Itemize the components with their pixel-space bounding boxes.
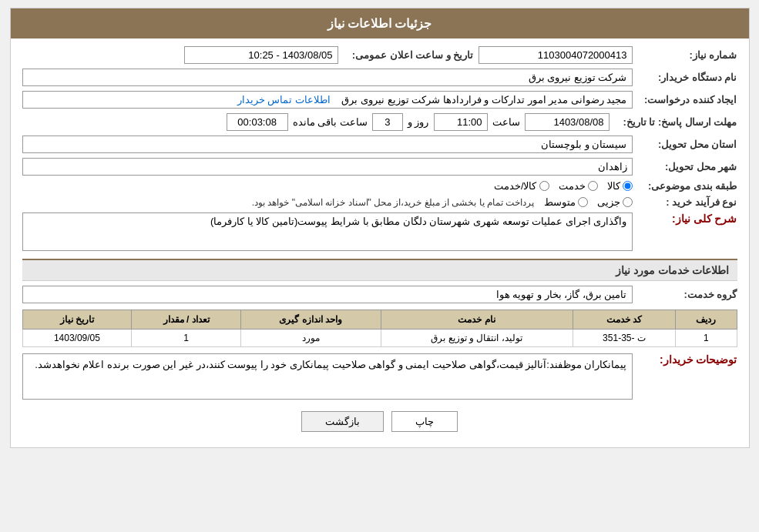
city-row: شهر محل تحویل: زاهدان [22, 158, 737, 176]
category-goods-service-label: کالا/خدمت [494, 180, 537, 192]
cell-unit: مورد [241, 330, 381, 347]
process-radio-group: جزیی متوسط پرداخت تمام یا بخشی از مبلغ خ… [22, 196, 633, 208]
cell-quantity: 1 [132, 330, 241, 347]
category-label: طبقه بندی موضوعی: [637, 180, 737, 192]
print-button[interactable]: چاپ [391, 411, 458, 432]
buyer-notes-row: توضیحات خریدار: [22, 353, 737, 400]
buyer-org-label: نام دستگاه خریدار: [637, 72, 737, 83]
process-partial-label: جزیی [597, 196, 620, 208]
remaining-time-value: 00:03:08 [227, 113, 288, 131]
category-radio-group: کالا خدمت کالا/خدمت [22, 180, 633, 192]
service-group-value: تامین برق، گاز، بخار و تهویه هوا [22, 286, 633, 303]
table-row: 1ت -35-351تولید، انتقال و توزیع برقمورد1… [22, 330, 737, 347]
need-number-value: 1103004072000413 [479, 46, 633, 64]
response-date-value: 1403/08/08 [525, 113, 610, 131]
city-label: شهر محل تحویل: [637, 161, 737, 172]
category-goods-item: کالا [607, 180, 633, 192]
remaining-label: ساعت باقی مانده [293, 116, 368, 128]
cell-name: تولید، انتقال و توزیع برق [381, 330, 573, 347]
response-time-value: 11:00 [434, 113, 488, 131]
services-section-title: اطلاعات خدمات مورد نیاز [22, 259, 737, 281]
col-name: نام خدمت [381, 310, 573, 330]
cell-code: ت -35-351 [573, 330, 676, 347]
creator-value: مجید رضوانی مدیر امور تداركات و فرارداده… [22, 91, 633, 109]
page-container: جزئیات اطلاعات نیاز شماره نیاز: 11030040… [10, 8, 750, 448]
buyer-notes-label: توضیحات خریدار: [637, 353, 737, 366]
services-table-container: ردیف کد خدمت نام خدمت واحد اندازه گیری ت… [22, 309, 737, 347]
need-number-row: شماره نیاز: 1103004072000413 تاریخ و ساع… [22, 46, 737, 64]
process-label: نوع فرآیند خرید : [637, 196, 737, 208]
col-code: کد خدمت [573, 310, 676, 330]
description-row: شرح کلی نیاز: واگذاری اجرای عملیات توسعه… [22, 212, 737, 251]
process-partial-radio[interactable] [623, 197, 633, 207]
category-service-label: خدمت [559, 180, 586, 192]
service-group-label: گروه خدمت: [637, 289, 737, 300]
content-area: شماره نیاز: 1103004072000413 تاریخ و ساع… [11, 38, 749, 447]
category-service-radio[interactable] [588, 181, 598, 191]
province-label: استان محل تحویل: [637, 139, 737, 150]
process-partial-item: جزیی [597, 196, 633, 208]
buyer-notes-textarea[interactable] [22, 353, 633, 400]
category-goods-label: کالا [607, 180, 620, 192]
description-section-label: شرح کلی نیاز: [637, 212, 737, 225]
response-days-value: 3 [372, 113, 403, 131]
category-row: طبقه بندی موضوعی: کالا خدمت کالا/خدمت [22, 180, 737, 192]
province-value: سیستان و بلوچستان [22, 136, 633, 153]
province-row: استان محل تحویل: سیستان و بلوچستان [22, 136, 737, 153]
col-index: ردیف [676, 310, 737, 330]
category-service-item: خدمت [559, 180, 598, 192]
col-quantity: تعداد / مقدار [132, 310, 241, 330]
process-row: نوع فرآیند خرید : جزیی متوسط پرداخت تمام… [22, 196, 737, 208]
city-value: زاهدان [22, 158, 633, 176]
creator-label: ایجاد کننده درخواست: [637, 94, 737, 105]
buyer-org-row: نام دستگاه خریدار: شرکت توزیع نیروی برق [22, 69, 737, 86]
cell-index: 1 [676, 330, 737, 347]
category-goods-radio[interactable] [623, 181, 633, 191]
announce-value: 1403/08/05 - 10:25 [184, 46, 338, 64]
process-medium-item: متوسط [544, 196, 588, 208]
service-group-row: گروه خدمت: تامین برق، گاز، بخار و تهویه … [22, 286, 737, 303]
process-notice-text: پرداخت تمام یا بخشی از مبلغ خرید،از محل … [252, 197, 535, 208]
category-goods-service-item: کالا/خدمت [494, 180, 549, 192]
description-value: واگذاری اجرای عملیات توسعه شهری شهرستان … [22, 212, 633, 251]
response-time-label: ساعت [492, 116, 520, 128]
response-days-label: روز و [408, 116, 429, 128]
buttons-row: چاپ بازگشت [22, 411, 737, 432]
response-deadline-row: مهلت ارسال پاسخ: تا تاریخ: 1403/08/08 سا… [22, 113, 737, 131]
buyer-org-value: شرکت توزیع نیروی برق [22, 69, 633, 86]
services-table: ردیف کد خدمت نام خدمت واحد اندازه گیری ت… [22, 309, 737, 347]
page-header: جزئیات اطلاعات نیاز [11, 8, 749, 38]
creator-contact-link[interactable]: اطلاعات تماس خریدار [237, 94, 331, 105]
creator-row: ایجاد کننده درخواست: مجید رضوانی مدیر ام… [22, 91, 737, 109]
need-number-label: شماره نیاز: [637, 49, 737, 61]
page-title: جزئیات اطلاعات نیاز [327, 17, 432, 30]
process-medium-radio[interactable] [578, 197, 588, 207]
process-medium-label: متوسط [544, 196, 576, 208]
cell-date: 1403/09/05 [22, 330, 132, 347]
col-date: تاریخ نیاز [22, 310, 132, 330]
back-button[interactable]: بازگشت [301, 411, 384, 432]
col-unit: واحد اندازه گیری [241, 310, 381, 330]
category-goods-service-radio[interactable] [539, 181, 549, 191]
announce-label: تاریخ و ساعت اعلان عمومی: [343, 49, 474, 61]
response-deadline-label: مهلت ارسال پاسخ: تا تاریخ: [614, 116, 737, 128]
